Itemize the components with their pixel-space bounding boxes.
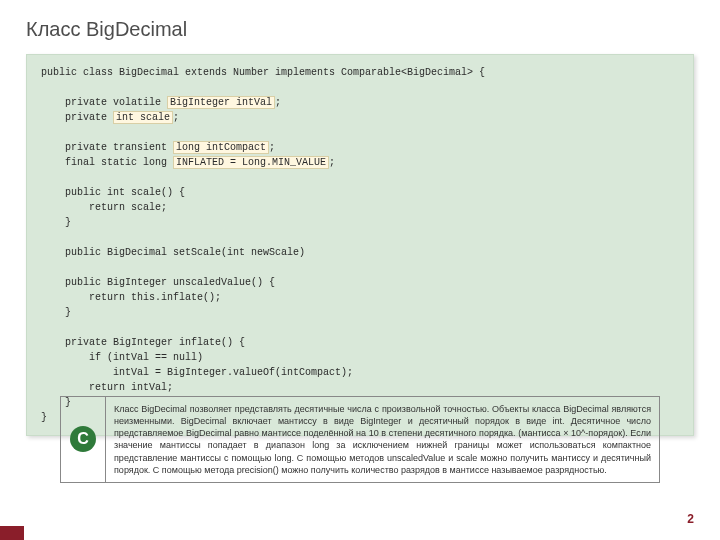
code-line: public class BigDecimal extends Number i… xyxy=(41,67,485,78)
code-line: public BigInteger unscaledValue() { xyxy=(41,277,275,288)
footer-accent xyxy=(0,526,24,540)
code-line: ; xyxy=(269,142,275,153)
code-line: private xyxy=(41,112,113,123)
code-line: return scale; xyxy=(41,202,167,213)
code-highlight: int scale xyxy=(113,111,173,124)
info-box: C Класс BigDecimal позволяет представлят… xyxy=(60,396,660,483)
page-title: Класс BigDecimal xyxy=(26,18,187,41)
info-badge-cell: C xyxy=(61,397,105,482)
code-line: final static long xyxy=(41,157,173,168)
code-line: } xyxy=(41,217,71,228)
code-line: private transient xyxy=(41,142,173,153)
code-line: intVal = BigInteger.valueOf(intCompact); xyxy=(41,367,353,378)
code-line: public BigDecimal setScale(int newScale) xyxy=(41,247,305,258)
info-badge: C xyxy=(70,426,96,452)
code-highlight: INFLATED = Long.MIN_VALUE xyxy=(173,156,329,169)
code-line: } xyxy=(41,307,71,318)
code-line: } xyxy=(41,412,47,423)
code-line: private BigInteger inflate() { xyxy=(41,337,245,348)
code-line: private volatile xyxy=(41,97,167,108)
code-highlight: BigInteger intVal xyxy=(167,96,275,109)
code-line: ; xyxy=(329,157,335,168)
code-line: ; xyxy=(173,112,179,123)
code-line: return this.inflate(); xyxy=(41,292,221,303)
code-line: public int scale() { xyxy=(41,187,185,198)
code-highlight: long intCompact xyxy=(173,141,269,154)
code-block: public class BigDecimal extends Number i… xyxy=(26,54,694,436)
page-number: 2 xyxy=(687,512,694,526)
info-description: Класс BigDecimal позволяет представлять … xyxy=(105,397,659,482)
code-line: ; xyxy=(275,97,281,108)
code-line: if (intVal == null) xyxy=(41,352,203,363)
code-line: return intVal; xyxy=(41,382,173,393)
